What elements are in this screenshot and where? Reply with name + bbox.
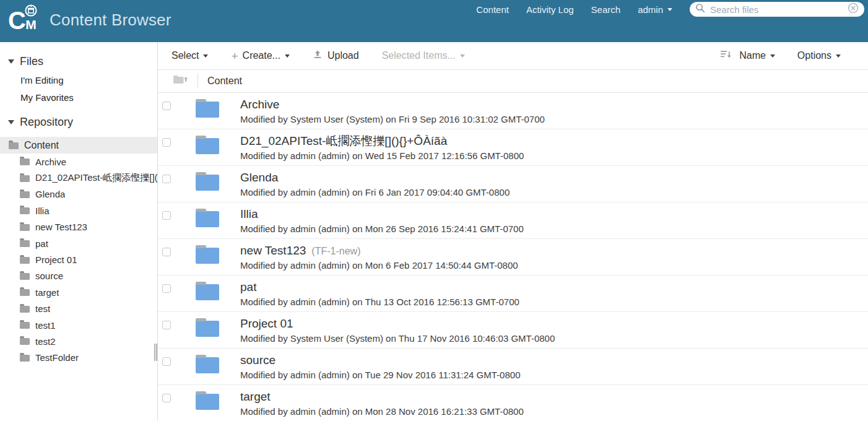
file-modified-info: Modified by admin (admin) on Mon 6 Feb 2… (240, 260, 518, 271)
nav-item-activity-log[interactable]: Activity Log (526, 4, 574, 15)
sidebar-resize-handle[interactable] (154, 344, 157, 361)
folder-icon (196, 284, 219, 300)
breadcrumb-current[interactable]: Content (207, 76, 242, 87)
row-checkbox[interactable] (162, 102, 171, 110)
file-title-line: Illia (240, 207, 524, 222)
sidebar: Files I'm EditingMy Favorites Repository… (0, 42, 158, 421)
file-modified-info: Modified by admin (admin) on Mon 28 Nov … (240, 406, 524, 417)
file-name[interactable]: Glenda (240, 170, 278, 185)
upload-icon (313, 50, 328, 62)
folder-icon (20, 355, 30, 362)
file-title-line: Glenda (240, 170, 510, 185)
tree-node-label: TestFolder (35, 352, 79, 363)
chevron-down-icon (8, 120, 14, 124)
folder-icon (20, 175, 30, 182)
row-checkbox[interactable] (162, 394, 171, 402)
folder-icon (196, 102, 219, 118)
folder-icon (196, 357, 219, 373)
section-files-label: Files (20, 55, 43, 68)
file-title-line: Project 01 (240, 316, 555, 331)
file-row-illia[interactable]: IlliaModified by admin (admin) on Mon 26… (158, 202, 868, 239)
file-row-project-01[interactable]: Project 01Modified by System User (Syste… (158, 312, 868, 349)
sort-direction-icon[interactable] (720, 50, 732, 62)
folder-icon (20, 289, 30, 296)
breadcrumb-divider (197, 74, 198, 89)
file-name[interactable]: Illia (240, 207, 258, 222)
page-title: Content Browser (50, 11, 171, 30)
file-row-new-test123[interactable]: new Test123(TF-1-new)Modified by admin (… (158, 239, 868, 276)
tree-node-test[interactable]: test (0, 301, 157, 317)
row-checkbox[interactable] (162, 175, 171, 183)
toolbar: Select + Create... Upload Selected Items… (158, 42, 868, 70)
upload-button[interactable]: Upload (313, 50, 359, 62)
options-dropdown[interactable]: Options (797, 50, 841, 61)
tree-node-project-01[interactable]: Project 01 (0, 251, 157, 267)
section-repository[interactable]: Repository (8, 116, 157, 129)
folder-icon (20, 240, 30, 247)
select-dropdown[interactable]: Select (171, 50, 208, 61)
tree-node-glenda[interactable]: Glenda (0, 186, 157, 202)
folder-icon (20, 306, 30, 313)
selected-items-dropdown[interactable]: Selected Items... (382, 50, 465, 61)
plus-icon: + (231, 50, 238, 62)
file-row-source[interactable]: sourceModified by admin (admin) on Tue 2… (158, 349, 868, 385)
chevron-down-icon (836, 54, 841, 58)
nav-item-search[interactable]: Search (591, 4, 621, 15)
file-row-content: IlliaModified by admin (admin) on Mon 26… (240, 207, 524, 234)
row-checkbox[interactable] (162, 284, 171, 293)
sort-field-label: Name (739, 50, 766, 61)
app-logo[interactable]: C M (8, 4, 37, 31)
file-modified-info: Modified by admin (admin) on Thu 13 Oct … (240, 297, 519, 307)
tree-node-label: source (35, 271, 63, 281)
file-name[interactable]: source (240, 353, 276, 368)
file-list: ArchiveModified by System User (System) … (158, 93, 868, 421)
tree-node-label: Illia (35, 206, 50, 216)
file-row-archive[interactable]: ArchiveModified by System User (System) … (158, 93, 868, 129)
file-name[interactable]: pat (240, 280, 256, 295)
app-header: C M Content Browser ContentActivity LogS… (0, 0, 868, 42)
file-name[interactable]: D21_02APITest-岻擱添慳擽[](){}+ÔÀíãà (240, 134, 447, 149)
create-label: Create... (243, 50, 280, 61)
tree-node-source[interactable]: source (0, 268, 157, 284)
clear-search-icon[interactable] (848, 2, 859, 16)
tree-node-testfolder[interactable]: TestFolder (0, 350, 157, 366)
sidebar-item-my-favorites[interactable]: My Favorites (20, 92, 157, 103)
file-title-line: target (240, 389, 524, 404)
sort-field-dropdown[interactable]: Name (739, 50, 775, 61)
tree-node-test1[interactable]: test1 (0, 317, 157, 333)
tree-node-label: Project 01 (35, 254, 77, 265)
tree-node-illia[interactable]: Illia (0, 202, 157, 219)
file-name[interactable]: new Test123 (240, 243, 306, 258)
search-input[interactable] (710, 4, 848, 15)
row-checkbox[interactable] (162, 248, 171, 256)
tree-node-archive[interactable]: Archive (0, 154, 157, 170)
tree-node-d21-02apitest[interactable]: D21_02APITest-岻擱添慳擽[](){}+ÔÀíãà (0, 170, 157, 186)
sidebar-item-i-m-editing[interactable]: I'm Editing (20, 75, 157, 85)
file-row-target[interactable]: targetModified by admin (admin) on Mon 2… (158, 385, 868, 421)
file-row-glenda[interactable]: GlendaModified by admin (admin) on Fri 6… (158, 166, 868, 202)
row-checkbox[interactable] (162, 211, 171, 220)
nav-item-content[interactable]: Content (476, 4, 509, 15)
file-row-content: Project 01Modified by System User (Syste… (240, 316, 555, 344)
nav-item-admin[interactable]: admin (638, 4, 672, 15)
tree-node-target[interactable]: target (0, 284, 157, 300)
nav-item-label: Activity Log (526, 4, 574, 15)
file-row-pat[interactable]: patModified by admin (admin) on Thu 13 O… (158, 276, 868, 312)
folder-up-icon[interactable] (173, 74, 188, 88)
tree-node-test2[interactable]: test2 (0, 333, 157, 349)
tree-node-new-test123[interactable]: new Test123 (0, 219, 157, 235)
tree-node-label: test (35, 303, 50, 314)
file-name[interactable]: Project 01 (240, 316, 293, 331)
create-dropdown[interactable]: + Create... (231, 50, 289, 62)
file-row-d21-02apitest[interactable]: D21_02APITest-岻擱添慳擽[](){}+ÔÀíãàModified … (158, 129, 868, 166)
section-files[interactable]: Files (8, 55, 157, 68)
file-name[interactable]: Archive (240, 97, 279, 112)
row-checkbox[interactable] (162, 138, 171, 147)
file-name[interactable]: target (240, 389, 271, 404)
row-checkbox[interactable] (162, 357, 171, 366)
row-checkbox[interactable] (162, 321, 171, 329)
tree-node-pat[interactable]: pat (0, 235, 157, 251)
file-row-content: GlendaModified by admin (admin) on Fri 6… (240, 170, 510, 197)
folder-icon (20, 191, 30, 198)
tree-node-content[interactable]: Content (0, 137, 157, 154)
